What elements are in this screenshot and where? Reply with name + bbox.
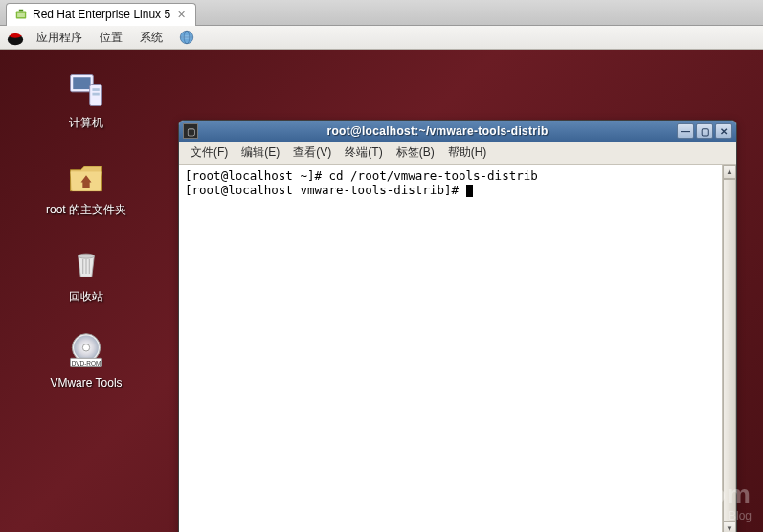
svg-rect-7 bbox=[73, 77, 90, 89]
menu-places[interactable]: 位置 bbox=[94, 27, 128, 49]
desktop-icon-label: root 的主文件夹 bbox=[46, 202, 126, 218]
desktop-icon-label: VMware Tools bbox=[50, 376, 122, 389]
scrollbar-thumb[interactable] bbox=[723, 179, 736, 521]
maximize-button[interactable]: ▢ bbox=[696, 123, 713, 139]
watermark-big: 51CTO.com bbox=[595, 479, 752, 510]
terminal-title: root@localhost:~/vmware-tools-distrib bbox=[202, 124, 673, 138]
svg-rect-10 bbox=[92, 93, 99, 96]
menu-system[interactable]: 系统 bbox=[134, 27, 168, 49]
desktop-icons-column: 计算机 root 的主文件夹 回 bbox=[19, 69, 153, 389]
terminal-cursor bbox=[466, 185, 473, 197]
desktop: 计算机 root 的主文件夹 回 bbox=[0, 50, 763, 532]
watermark-blog: Blog bbox=[729, 509, 752, 522]
watermark: 51CTO.com 技术博客 Blog bbox=[595, 479, 752, 524]
terminal-app-icon: ▢ bbox=[183, 123, 198, 139]
redhat-icon bbox=[14, 8, 28, 21]
terminal-scrollbar[interactable]: ▲ ▼ bbox=[722, 165, 736, 532]
menu-applications[interactable]: 应用程序 bbox=[31, 27, 88, 49]
close-button[interactable]: ✕ bbox=[715, 123, 732, 139]
terminal-body: [root@localhost ~]# cd /root/vmware-tool… bbox=[179, 165, 736, 532]
dvd-rom-icon: DVD-ROM bbox=[65, 330, 107, 372]
term-menu-view[interactable]: 查看(V) bbox=[287, 143, 337, 163]
watermark-small: 技术博客 bbox=[673, 509, 719, 522]
term-menu-terminal[interactable]: 终端(T) bbox=[339, 143, 388, 163]
svg-rect-1 bbox=[17, 13, 25, 17]
terminal-menubar: 文件(F) 编辑(E) 查看(V) 终端(T) 标签(B) 帮助(H) bbox=[179, 142, 736, 165]
host-tab-title: Red Hat Enterprise Linux 5 bbox=[33, 8, 170, 21]
term-menu-help[interactable]: 帮助(H) bbox=[442, 143, 493, 163]
desktop-icon-label: 回收站 bbox=[69, 289, 103, 305]
minimize-button[interactable]: — bbox=[677, 123, 694, 139]
gnome-menubar: 应用程序 位置 系统 bbox=[0, 26, 763, 50]
desktop-icon-label: 计算机 bbox=[69, 115, 103, 131]
terminal-window: ▢ root@localhost:~/vmware-tools-distrib … bbox=[178, 120, 737, 532]
svg-point-17 bbox=[82, 344, 89, 351]
terminal-output[interactable]: [root@localhost ~]# cd /root/vmware-tool… bbox=[179, 165, 722, 532]
desktop-icon-dvd[interactable]: DVD-ROM VMware Tools bbox=[50, 330, 122, 389]
browser-icon[interactable] bbox=[178, 29, 195, 46]
terminal-titlebar[interactable]: ▢ root@localhost:~/vmware-tools-distrib … bbox=[179, 121, 736, 142]
close-icon[interactable]: ✕ bbox=[175, 9, 188, 21]
svg-point-11 bbox=[79, 254, 95, 258]
computer-icon bbox=[65, 69, 107, 111]
redhat-logo-icon bbox=[6, 28, 25, 47]
scrollbar-track[interactable] bbox=[723, 179, 736, 521]
host-tab[interactable]: Red Hat Enterprise Linux 5 ✕ bbox=[6, 3, 196, 26]
svg-text:DVD-ROM: DVD-ROM bbox=[72, 360, 101, 366]
desktop-icon-computer[interactable]: 计算机 bbox=[65, 69, 107, 131]
term-menu-edit[interactable]: 编辑(E) bbox=[236, 143, 285, 163]
folder-home-icon bbox=[65, 156, 107, 198]
desktop-icon-home[interactable]: root 的主文件夹 bbox=[46, 156, 126, 218]
trash-icon bbox=[65, 243, 107, 285]
host-tab-bar: Red Hat Enterprise Linux 5 ✕ bbox=[0, 0, 763, 26]
terminal-prompt: [root@localhost vmware-tools-distrib]# bbox=[185, 183, 466, 197]
scrollbar-up-button[interactable]: ▲ bbox=[723, 165, 736, 179]
desktop-icon-trash[interactable]: 回收站 bbox=[65, 243, 107, 305]
window-controls: — ▢ ✕ bbox=[677, 123, 732, 139]
terminal-line: [root@localhost ~]# cd /root/vmware-tool… bbox=[185, 168, 538, 183]
svg-rect-9 bbox=[92, 88, 99, 91]
term-menu-tabs[interactable]: 标签(B) bbox=[391, 143, 440, 163]
term-menu-file[interactable]: 文件(F) bbox=[185, 143, 234, 163]
